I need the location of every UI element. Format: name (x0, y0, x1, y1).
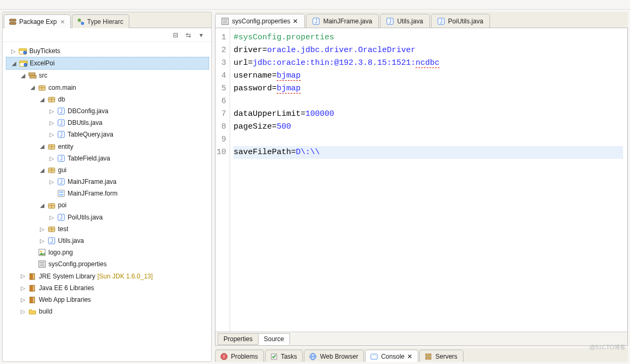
twisty-icon[interactable]: ▷ (48, 129, 55, 140)
view-tab-label: Tasks (281, 353, 297, 360)
editor-tab-utils[interactable]: JUtils.java (380, 14, 430, 28)
tab-properties-view[interactable]: Properties (218, 333, 259, 345)
view-tab-browser[interactable]: Web Browser (304, 350, 364, 362)
folder-src[interactable]: ◢src (6, 70, 209, 81)
link-editor-button[interactable]: ⇆ (184, 30, 193, 40)
tab-source-view[interactable]: Source (258, 333, 290, 345)
twisty-icon[interactable]: ▷ (20, 294, 26, 305)
twisty-icon[interactable]: ◢ (11, 58, 17, 69)
project-tree[interactable]: ▷BuyTickets◢ExcelPoi◢src◢com.main◢db▷JDB… (3, 42, 211, 361)
package-explorer-icon (9, 18, 17, 26)
lib-webapp[interactable]: ▷Web App Libraries (6, 294, 209, 306)
code-line[interactable]: #sysConfig.properties (234, 31, 623, 44)
tree-item-label: poi (58, 199, 67, 211)
svg-rect-11 (29, 73, 35, 75)
twisty-icon[interactable]: ◢ (29, 82, 36, 92)
view-tab-console[interactable]: Console✕ (365, 350, 418, 362)
file-mainjframe-java[interactable]: ▷JMainJFrame.java (6, 176, 209, 188)
editor-tab-poiutils[interactable]: JPoiUtils.java (431, 14, 490, 28)
collapse-all-button[interactable]: ⊟ (171, 30, 180, 40)
java-icon: J (57, 213, 65, 222)
svg-text:J: J (60, 132, 63, 138)
svg-rect-77 (371, 354, 377, 355)
svg-rect-6 (19, 49, 27, 50)
close-icon[interactable]: ✕ (293, 18, 298, 25)
twisty-icon[interactable]: ◢ (39, 165, 45, 175)
editor-tab-label: sysConfig.properties (232, 18, 290, 25)
tree-item-label: DBUtils.java (68, 117, 102, 129)
editor-tab-mainjframe[interactable]: JMainJFrame.java (306, 14, 379, 28)
twisty-icon[interactable]: ▷ (48, 117, 55, 128)
bottom-views-tabbar: !ProblemsTasksWeb BrowserConsole✕Servers (215, 348, 628, 362)
project-excelpoi[interactable]: ◢ExcelPoi (6, 57, 209, 70)
java-icon: J (57, 177, 65, 186)
line-number: 2 (215, 44, 226, 57)
form-icon (57, 189, 65, 198)
code-line[interactable]: dataUpperLimit=100000 (234, 108, 623, 121)
file-dbutils[interactable]: ▷JDBUtils.java (6, 117, 209, 129)
tree-item-label: sysConfig.properties (48, 258, 106, 270)
pkg-icon (38, 83, 46, 92)
code-line[interactable]: password=bjmap (234, 82, 623, 95)
twisty-icon[interactable]: ◢ (39, 94, 45, 105)
close-icon[interactable]: ✕ (407, 353, 412, 360)
tree-item-label: PoiUtils.java (68, 211, 103, 223)
file-tablequery[interactable]: ▷JTableQuery.java (6, 129, 209, 140)
code-line[interactable]: driver=oracle.jdbc.driver.OracleDriver (234, 44, 623, 57)
twisty-icon[interactable]: ◢ (39, 200, 45, 210)
twisty-icon[interactable]: ▷ (39, 224, 45, 234)
line-number: 10 (215, 146, 226, 159)
code-area[interactable]: #sysConfig.propertiesdriver=oracle.jdbc.… (230, 28, 627, 332)
line-number: 8 (215, 121, 226, 133)
package-poi[interactable]: ◢poi (6, 199, 209, 211)
editor-frame: 12345678910 #sysConfig.propertiesdriver=… (215, 28, 628, 346)
twisty-icon[interactable]: ▷ (20, 270, 26, 281)
package-gui[interactable]: ◢gui (6, 164, 209, 176)
code-line[interactable] (234, 133, 623, 146)
close-icon[interactable]: ✕ (60, 19, 65, 26)
tab-package-explorer[interactable]: Package Exp ✕ (4, 14, 71, 28)
file-dbconfig[interactable]: ▷JDBConfig.java (6, 105, 209, 117)
view-menu-button[interactable]: ▾ (196, 30, 206, 40)
twisty-icon[interactable]: ▷ (48, 153, 55, 164)
twisty-icon[interactable]: ▷ (48, 176, 55, 187)
file-tablefield[interactable]: ▷JTableField.java (6, 153, 209, 164)
code-line[interactable] (234, 95, 623, 108)
code-line[interactable]: pageSize=500 (234, 121, 623, 133)
java-icon: J (57, 154, 65, 163)
package-entity[interactable]: ◢entity (6, 141, 209, 153)
file-sysconfig-properties[interactable]: sysConfig.properties (6, 258, 209, 270)
tree-item-label: logo.png (48, 247, 73, 258)
file-poiutils[interactable]: ▷JPoiUtils.java (6, 211, 209, 223)
view-tab-tasks[interactable]: Tasks (265, 350, 303, 362)
package-db[interactable]: ◢db (6, 94, 209, 105)
twisty-icon[interactable]: ◢ (39, 141, 45, 151)
file-logo-png[interactable]: logo.png (6, 247, 209, 258)
twisty-icon[interactable]: ▷ (20, 283, 26, 293)
package-test[interactable]: ▷test (6, 223, 209, 235)
code-line[interactable]: username=bjmap (234, 70, 623, 82)
twisty-icon[interactable]: ▷ (48, 212, 55, 223)
file-mainjframe-form[interactable]: MainJFrame.form (6, 188, 209, 199)
twisty-icon[interactable]: ▷ (20, 306, 26, 317)
servers-icon (424, 352, 433, 361)
view-tab-problems[interactable]: !Problems (215, 350, 264, 362)
view-tab-servers[interactable]: Servers (419, 350, 463, 362)
code-line[interactable]: url=jdbc:oracle:thin:@192.3.8.15:1521:nc… (234, 57, 623, 70)
package-com-main[interactable]: ◢com.main (6, 82, 209, 94)
editor-body[interactable]: 12345678910 #sysConfig.propertiesdriver=… (215, 28, 627, 332)
twisty-icon[interactable]: ▷ (48, 106, 55, 116)
folder-build[interactable]: ▷build (6, 306, 209, 317)
project-buytickets[interactable]: ▷BuyTickets (6, 45, 209, 57)
svg-point-10 (24, 63, 27, 66)
twisty-icon[interactable]: ▷ (39, 235, 45, 246)
twisty-icon[interactable]: ◢ (20, 70, 26, 81)
editor-tab-sysconfig[interactable]: sysConfig.properties✕ (215, 14, 305, 28)
svg-line-4 (80, 21, 82, 23)
file-utils-java[interactable]: ▷JUtils.java (6, 235, 209, 247)
lib-javaee[interactable]: ▷Java EE 6 Libraries (6, 282, 209, 294)
twisty-icon[interactable]: ▷ (10, 46, 16, 56)
code-line[interactable]: saveFilePath=D\:\\ (234, 146, 623, 159)
lib-jre[interactable]: ▷JRE System Library [Sun JDK 1.6.0_13] (6, 270, 209, 282)
tab-type-hierarchy[interactable]: Type Hierarc (72, 14, 129, 28)
